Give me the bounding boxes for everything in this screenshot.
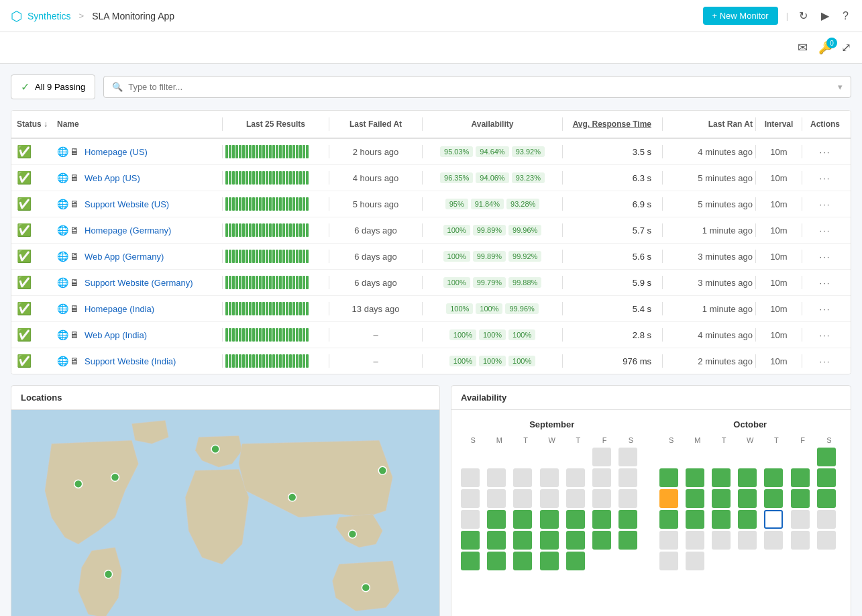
cal-day[interactable] <box>513 531 532 550</box>
cal-day[interactable] <box>487 552 506 570</box>
monitor-name[interactable]: Homepage (India) <box>85 304 154 314</box>
monitor-name[interactable]: Support Website (India) <box>85 356 176 366</box>
cal-day[interactable] <box>618 468 637 487</box>
cal-day[interactable] <box>686 531 704 550</box>
cal-day[interactable] <box>540 552 559 570</box>
actions-cell[interactable]: ··· <box>805 356 845 366</box>
cal-day[interactable] <box>659 468 678 487</box>
cal-day[interactable] <box>540 489 559 508</box>
cal-day[interactable] <box>686 468 704 487</box>
cal-day[interactable] <box>817 468 836 487</box>
monitor-name[interactable]: Web App (Germany) <box>85 252 164 262</box>
cal-day[interactable] <box>817 510 836 529</box>
cal-day[interactable] <box>592 468 611 487</box>
cal-day[interactable] <box>513 552 532 570</box>
cal-day[interactable] <box>791 468 810 487</box>
cal-day[interactable] <box>712 489 731 508</box>
cal-day[interactable] <box>566 489 585 508</box>
cal-day[interactable] <box>817 448 836 466</box>
cal-day[interactable] <box>566 510 585 529</box>
cal-day[interactable] <box>791 531 810 550</box>
cal-day[interactable] <box>592 510 611 529</box>
notifications-button[interactable]: 🔑 0 <box>818 40 833 55</box>
refresh-button[interactable]: ↻ <box>796 7 810 25</box>
cal-day[interactable] <box>659 510 678 529</box>
result-tick <box>239 328 241 342</box>
cal-day[interactable] <box>540 531 559 550</box>
cal-day[interactable] <box>712 510 731 529</box>
cal-day[interactable] <box>592 489 611 508</box>
actions-cell[interactable]: ··· <box>805 330 845 340</box>
search-input[interactable] <box>128 82 832 92</box>
cal-day[interactable] <box>618 531 637 550</box>
mail-button[interactable]: ✉ <box>795 38 810 58</box>
monitor-name[interactable]: Support Website (Germany) <box>85 278 193 288</box>
cal-day[interactable] <box>461 531 480 550</box>
cal-day[interactable] <box>738 489 757 508</box>
cal-day[interactable] <box>540 510 559 529</box>
result-tick <box>292 223 295 237</box>
cal-day[interactable] <box>738 510 757 529</box>
actions-cell[interactable]: ··· <box>805 304 845 314</box>
cal-day[interactable] <box>712 531 731 550</box>
cal-day[interactable] <box>566 552 585 570</box>
monitor-name[interactable]: Support Website (US) <box>85 199 169 209</box>
filter-dropdown-icon[interactable]: ▾ <box>838 82 843 92</box>
cal-day[interactable] <box>487 531 506 550</box>
cal-day[interactable] <box>618 489 637 508</box>
cal-day[interactable] <box>540 468 559 487</box>
cal-day[interactable] <box>461 468 480 487</box>
cal-day[interactable] <box>592 448 611 466</box>
help-button[interactable]: ? <box>840 7 851 25</box>
cal-day[interactable] <box>686 510 704 529</box>
all-passing-button[interactable]: ✓ All 9 Passing <box>11 74 95 99</box>
cal-day[interactable] <box>487 489 506 508</box>
cal-day[interactable] <box>764 489 783 508</box>
cal-day[interactable] <box>817 531 836 550</box>
cal-day[interactable] <box>764 531 783 550</box>
cal-day[interactable] <box>513 510 532 529</box>
cal-day[interactable] <box>487 510 506 529</box>
cal-day[interactable] <box>738 531 757 550</box>
cal-day[interactable] <box>712 468 731 487</box>
cal-day[interactable] <box>513 468 532 487</box>
cal-day[interactable] <box>592 531 611 550</box>
result-tick <box>276 250 278 263</box>
cal-day[interactable] <box>487 468 506 487</box>
cal-day[interactable] <box>659 552 678 570</box>
cal-day[interactable] <box>618 510 637 529</box>
actions-cell[interactable]: ··· <box>805 147 845 157</box>
cal-day[interactable] <box>461 510 480 529</box>
cal-day[interactable] <box>618 448 637 466</box>
cal-day[interactable] <box>461 489 480 508</box>
monitor-name[interactable]: Homepage (US) <box>85 147 148 157</box>
cal-day[interactable] <box>791 510 810 529</box>
cal-day[interactable] <box>659 489 678 508</box>
play-button[interactable]: ▶ <box>818 7 832 25</box>
actions-cell[interactable]: ··· <box>805 225 845 236</box>
cal-day[interactable] <box>791 489 810 508</box>
cal-day[interactable] <box>738 468 757 487</box>
monitor-name[interactable]: Homepage (Germany) <box>85 225 171 236</box>
cal-day[interactable] <box>686 489 704 508</box>
actions-cell[interactable]: ··· <box>805 199 845 209</box>
fullscreen-button[interactable]: ⤢ <box>841 40 851 55</box>
cal-day[interactable] <box>817 489 836 508</box>
browser-icons: 🌐 🖥 <box>57 172 79 183</box>
cal-day[interactable] <box>764 468 783 487</box>
monitor-name[interactable]: Web App (US) <box>85 173 140 183</box>
new-monitor-button[interactable]: + New Monitor <box>703 7 778 25</box>
cal-day[interactable] <box>659 531 678 550</box>
cal-day[interactable] <box>566 531 585 550</box>
actions-cell[interactable]: ··· <box>805 278 845 288</box>
cal-day[interactable] <box>686 552 704 570</box>
cal-day[interactable] <box>513 489 532 508</box>
actions-cell[interactable]: ··· <box>805 252 845 262</box>
table-row: ✅ 🌐 🖥 Web App (Germany) 6 days ago 100%9… <box>11 244 851 270</box>
cal-day[interactable] <box>764 510 783 529</box>
breadcrumb-link[interactable]: Synthetics <box>28 11 71 21</box>
cal-day[interactable] <box>461 552 480 570</box>
cal-day[interactable] <box>566 468 585 487</box>
actions-cell[interactable]: ··· <box>805 173 845 183</box>
monitor-name[interactable]: Web App (India) <box>85 330 147 340</box>
